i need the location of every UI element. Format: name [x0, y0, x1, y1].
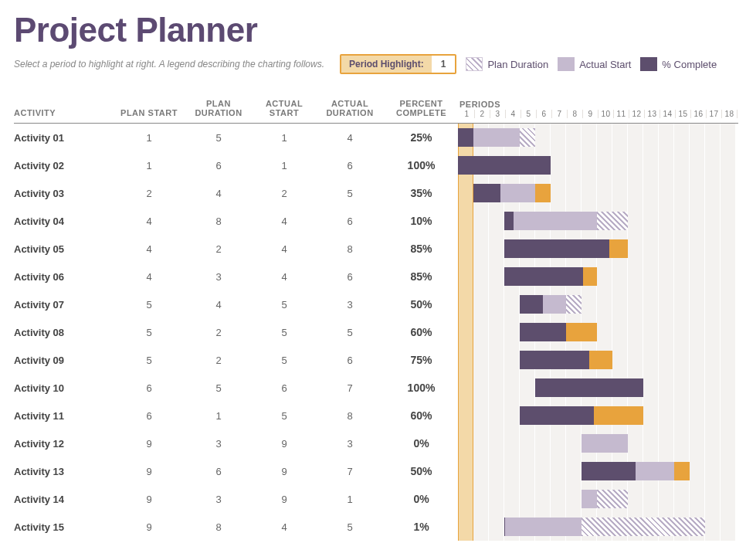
cell-actual-duration: 3	[315, 438, 385, 450]
bar-plan-duration	[582, 518, 705, 536]
period-number: 7	[552, 110, 568, 118]
gantt-cell	[458, 263, 738, 290]
cell-actual-start: 4	[253, 271, 315, 283]
gantt-cell	[458, 346, 738, 374]
cell-plan-duration: 3	[184, 438, 253, 450]
cell-plan-start: 5	[114, 299, 184, 311]
period-number: 4	[506, 110, 521, 118]
cell-actual-duration: 5	[315, 188, 385, 199]
bar-percent-complete	[473, 184, 500, 202]
gantt-cell	[458, 457, 738, 485]
cell-plan-duration: 2	[184, 327, 253, 338]
table-row[interactable]: Activity 07545350%	[14, 290, 738, 318]
cell-plan-duration: 5	[184, 132, 253, 144]
table-row[interactable]: Activity 1493910%	[14, 485, 738, 513]
period-number: 1	[459, 110, 475, 118]
cell-plan-start: 5	[114, 327, 184, 338]
legend-complete-label: % Complete	[662, 59, 717, 70]
bar-percent-complete	[504, 239, 609, 258]
cell-plan-start: 4	[114, 243, 184, 255]
table-row[interactable]: Activity 11615860%	[14, 402, 738, 429]
table-row[interactable]: Activity 01151425%	[14, 124, 738, 151]
table-row[interactable]: Activity 021616100%	[14, 151, 738, 179]
cell-actual-start: 9	[253, 466, 315, 477]
table-row[interactable]: Activity 05424885%	[14, 235, 738, 263]
cell-actual-duration: 6	[315, 271, 385, 283]
table-row[interactable]: Activity 09525675%	[14, 346, 738, 374]
cell-activity: Activity 08	[14, 327, 114, 338]
swatch-actual-start-icon	[558, 57, 575, 71]
period-highlight-value[interactable]: 1	[432, 56, 456, 73]
table-row[interactable]: Activity 08525560%	[14, 318, 738, 346]
col-actual-duration: Actual Duration	[315, 99, 385, 118]
cell-actual-start: 5	[253, 410, 315, 422]
cell-activity: Activity 04	[14, 216, 114, 227]
cell-plan-start: 9	[114, 494, 184, 505]
period-number: 3	[490, 110, 506, 118]
col-percent-complete: Percent Complete	[385, 99, 458, 118]
cell-activity: Activity 07	[14, 299, 114, 311]
cell-activity: Activity 06	[14, 271, 114, 283]
period-numbers: 123456789101112131415161718	[459, 110, 738, 118]
gantt-cell	[458, 513, 738, 541]
cell-actual-duration: 1	[315, 494, 385, 505]
legend-plan-duration: Plan Duration	[466, 57, 548, 71]
col-periods: Periods 123456789101112131415161718	[458, 100, 738, 118]
table-row[interactable]: Activity 13969750%	[14, 457, 738, 485]
period-number: 13	[645, 110, 660, 118]
cell-percent-complete: 75%	[385, 354, 458, 366]
gantt-cell	[458, 318, 738, 346]
cell-percent-complete: 1%	[385, 521, 458, 533]
cell-actual-start: 6	[253, 382, 315, 394]
gantt-cell	[458, 374, 738, 402]
period-number: 6	[537, 110, 552, 118]
period-number: 11	[614, 110, 629, 118]
swatch-percent-complete-icon	[640, 57, 657, 71]
cell-activity: Activity 03	[14, 188, 114, 199]
table-row[interactable]: Activity 106567100%	[14, 374, 738, 402]
table-row[interactable]: Activity 06434685%	[14, 263, 738, 290]
table-row[interactable]: Activity 03242535%	[14, 179, 738, 207]
cell-actual-start: 2	[253, 188, 315, 199]
cell-actual-start: 5	[253, 355, 315, 366]
table-row[interactable]: Activity 1293930%	[14, 429, 738, 457]
col-activity: Activity	[14, 108, 114, 118]
cell-plan-start: 4	[114, 271, 184, 283]
gantt-cell	[458, 207, 738, 235]
cell-actual-duration: 5	[315, 521, 385, 533]
cell-plan-duration: 6	[184, 160, 253, 171]
bar-percent-complete	[504, 212, 514, 230]
swatch-plan-duration-icon	[466, 57, 483, 71]
bar-percent-complete	[520, 351, 589, 369]
gantt-cell	[458, 402, 738, 429]
cell-plan-start: 6	[114, 382, 184, 394]
cell-plan-duration: 5	[184, 382, 253, 394]
cell-percent-complete: 100%	[385, 159, 458, 171]
cell-actual-duration: 3	[315, 299, 385, 311]
table-row[interactable]: Activity 1598451%	[14, 513, 738, 541]
bar-percent-complete	[458, 156, 551, 175]
cell-actual-start: 5	[253, 299, 315, 311]
gantt-cell	[458, 290, 738, 318]
page-title: Project Planner	[14, 11, 738, 49]
cell-actual-start: 4	[253, 216, 315, 227]
cell-plan-duration: 1	[184, 410, 253, 422]
cell-plan-duration: 2	[184, 243, 253, 255]
cell-actual-start: 4	[253, 243, 315, 255]
gantt-cell	[458, 151, 738, 179]
bar-percent-complete	[520, 295, 543, 314]
bar-actual-start	[504, 212, 597, 230]
bar-actual-start	[582, 490, 597, 508]
cell-activity: Activity 05	[14, 243, 114, 255]
table-row[interactable]: Activity 04484610%	[14, 207, 738, 235]
cell-percent-complete: 50%	[385, 465, 458, 477]
cell-plan-start: 6	[114, 410, 184, 422]
period-highlight-control[interactable]: Period Highlight: 1	[340, 54, 456, 74]
legend-percent-complete: % Complete	[640, 57, 717, 71]
cell-plan-start: 9	[114, 466, 184, 477]
cell-plan-start: 9	[114, 521, 184, 533]
period-highlight-label: Period Highlight:	[341, 56, 432, 73]
cell-percent-complete: 25%	[385, 131, 458, 144]
gantt-cell	[458, 179, 738, 207]
cell-actual-duration: 8	[315, 410, 385, 422]
